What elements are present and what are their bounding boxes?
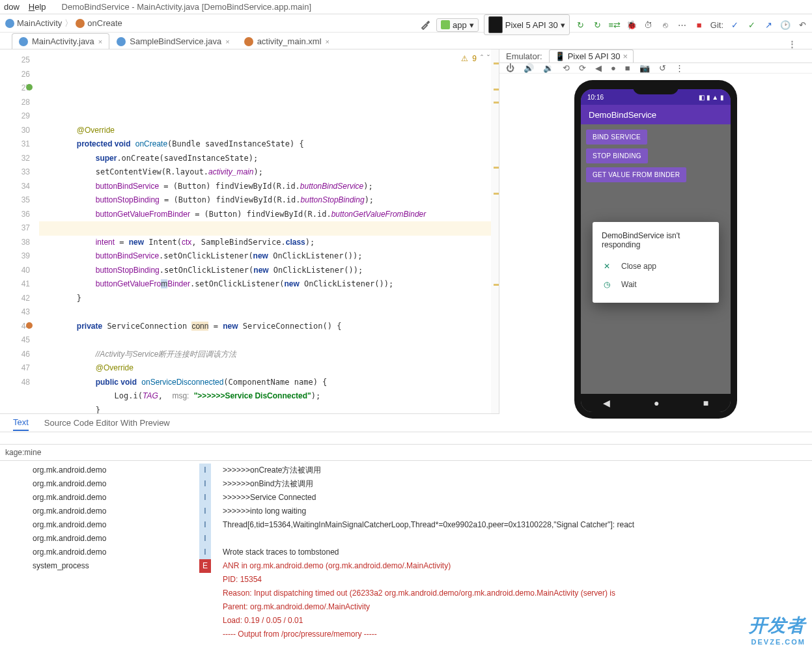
screenshot-icon[interactable]: 📷 — [639, 63, 650, 73]
footer-tab-text[interactable]: Text — [13, 415, 29, 431]
log-row: PID: 15354 — [0, 573, 812, 587]
code-text[interactable]: ⚠ 9 ˆ ˇ @Override protected void onCreat… — [39, 49, 491, 413]
chevron-down-icon[interactable]: ˇ — [487, 52, 490, 66]
log-message: >>>>>>Service Connected — [223, 491, 807, 505]
menu-window[interactable]: dow — [4, 2, 20, 12]
rotate-left-icon[interactable]: ⟲ — [563, 63, 570, 73]
rotate-right-icon[interactable]: ⟳ — [579, 63, 586, 73]
vcs-update-icon[interactable]: ✓ — [729, 19, 740, 31]
anr-dialog: DemoBindService isn't responding ✕ Close… — [593, 222, 719, 303]
override-gutter-icon[interactable] — [26, 322, 33, 329]
device-screen[interactable]: 10:16 ◧ ▮ ▲ ▮ DemoBindService BIND SERVI… — [581, 89, 731, 412]
menu-bar: dow Help DemoBindService - MainActivity.… — [0, 0, 812, 14]
apply-changes-icon[interactable]: ≡⇄ — [609, 19, 621, 31]
menu-help[interactable]: Help — [29, 2, 46, 12]
log-row: org.mk.android.demoI>>>>>>into long wait… — [0, 505, 812, 518]
rerun-icon[interactable]: ↻ — [592, 19, 604, 31]
debug-icon[interactable]: 🐞 — [626, 19, 637, 31]
emulator-tab[interactable]: 📱 Pixel 5 API 30 × — [549, 49, 634, 62]
stop-icon[interactable]: ■ — [693, 19, 705, 31]
log-row: org.mk.android.demoI>>>>>>onBind方法被调用 — [0, 477, 812, 491]
error-stripe[interactable] — [491, 49, 499, 413]
chevron-up-icon[interactable]: ˆ — [481, 52, 483, 66]
bind-service-button[interactable]: BIND SERVICE — [586, 130, 647, 145]
log-row: Load: 0.19 / 0.05 / 0.01 — [0, 614, 812, 628]
snapshot-icon[interactable]: ↺ — [659, 63, 666, 73]
chevron-down-icon: ▾ — [469, 20, 474, 30]
log-level: I — [199, 505, 211, 518]
log-package: system_process — [5, 559, 188, 573]
revert-icon[interactable]: ↶ — [796, 19, 808, 31]
java-file-icon — [117, 37, 126, 46]
power-icon[interactable]: ⏻ — [506, 63, 514, 73]
tabs-overflow-icon[interactable]: ⋮ — [784, 39, 800, 49]
device-frame: 10:16 ◧ ▮ ▲ ▮ DemoBindService BIND SERVI… — [574, 80, 737, 419]
breadcrumb-method[interactable]: onCreate — [76, 18, 122, 28]
nav-back-icon[interactable]: ◀ — [603, 398, 610, 408]
volume-up-icon[interactable]: 🔊 — [524, 63, 534, 73]
tab-activity-main-xml[interactable]: activity_main.xml × — [237, 33, 337, 49]
home-icon[interactable]: ● — [611, 63, 616, 73]
stop-binding-button[interactable]: STOP BINDING — [586, 148, 648, 163]
main-toolbar: app ▾ Pixel 5 API 30 ▾ ↻ ↻ ≡⇄ 🐞 ⏱ ⎋ ⋯ ■ … — [419, 16, 808, 34]
overview-icon[interactable]: ■ — [625, 63, 630, 73]
log-message — [223, 532, 807, 546]
close-icon[interactable]: × — [623, 51, 628, 61]
vcs-commit-icon[interactable]: ✓ — [746, 19, 757, 31]
log-package — [5, 614, 188, 628]
log-package: org.mk.android.demo — [5, 532, 188, 546]
run-config-combo[interactable]: app ▾ — [436, 18, 479, 32]
vcs-push-icon[interactable]: ↗ — [763, 19, 774, 31]
log-level: I — [199, 546, 211, 559]
log-row: Reason: Input dispatching timed out (262… — [0, 587, 812, 600]
back-icon[interactable]: ◀ — [595, 63, 602, 73]
profile-icon[interactable]: ⏱ — [643, 19, 654, 31]
log-package: org.mk.android.demo — [5, 546, 188, 559]
dialog-wait[interactable]: ◷ Wait — [602, 275, 710, 294]
log-package — [5, 573, 188, 587]
log-package: org.mk.android.demo — [5, 477, 188, 491]
emulator-label: Emulator: — [506, 51, 542, 61]
close-icon[interactable]: × — [98, 38, 102, 46]
log-package: org.mk.android.demo — [5, 491, 188, 505]
close-icon[interactable]: × — [225, 38, 229, 46]
hammer-icon[interactable] — [419, 19, 431, 31]
nav-home-icon[interactable]: ● — [654, 398, 659, 408]
overflow-icon[interactable]: ⋮ — [675, 63, 684, 73]
nav-overview-icon[interactable]: ■ — [703, 398, 708, 408]
tab-samplebindservice[interactable]: SampleBindService.java × — [109, 33, 236, 49]
log-level — [199, 600, 211, 614]
more-icon[interactable]: ⋯ — [677, 19, 688, 31]
app-bar: DemoBindService — [581, 105, 731, 124]
device-combo[interactable]: Pixel 5 API 30 ▾ — [484, 14, 570, 35]
log-level — [199, 614, 211, 628]
dialog-close-app[interactable]: ✕ Close app — [602, 257, 710, 275]
xml-file-icon — [244, 37, 253, 46]
log-message: >>>>>>into long waiting — [223, 505, 807, 518]
inspection-summary[interactable]: ⚠ 9 ˆ ˇ — [461, 52, 490, 66]
code-editor[interactable]: 25 26 27 2829303132333435363738394041424… — [0, 49, 499, 413]
log-package — [5, 587, 188, 600]
log-level: I — [199, 518, 211, 532]
tab-mainactivity[interactable]: MainActivity.java × — [12, 33, 109, 49]
breadcrumb-class[interactable]: MainActivity — [5, 18, 62, 28]
clock-icon: ◷ — [602, 279, 612, 290]
log-message: Wrote stack traces to tombstoned — [223, 546, 807, 559]
chevron-down-icon: ▾ — [561, 20, 565, 30]
footer-tab-preview[interactable]: Source Code Editor With Preview — [44, 415, 170, 430]
git-label: Git: — [710, 20, 723, 30]
override-gutter-icon[interactable] — [26, 84, 33, 90]
log-message: Thread[6,tid=15364,WaitingInMainSignalCa… — [223, 518, 807, 532]
log-message: Load: 0.19 / 0.05 / 0.01 — [223, 614, 807, 628]
run-icon[interactable]: ↻ — [575, 19, 587, 31]
close-icon[interactable]: × — [326, 38, 329, 46]
logcat-filter[interactable]: kage:mine — [0, 444, 812, 461]
get-value-button[interactable]: GET VALUE FROM BINDER — [586, 167, 686, 182]
logcat[interactable]: org.mk.android.demoI>>>>>>onCreate方法被调用o… — [0, 461, 812, 643]
volume-down-icon[interactable]: 🔉 — [543, 63, 553, 73]
history-icon[interactable]: 🕑 — [779, 19, 791, 31]
emulator-viewport: 10:16 ◧ ▮ ▲ ▮ DemoBindService BIND SERVI… — [499, 74, 812, 419]
log-row: org.mk.android.demoIWrote stack traces t… — [0, 546, 812, 559]
attach-icon[interactable]: ⎋ — [660, 19, 671, 31]
editor-area: 25 26 27 2829303132333435363738394041424… — [0, 49, 812, 414]
